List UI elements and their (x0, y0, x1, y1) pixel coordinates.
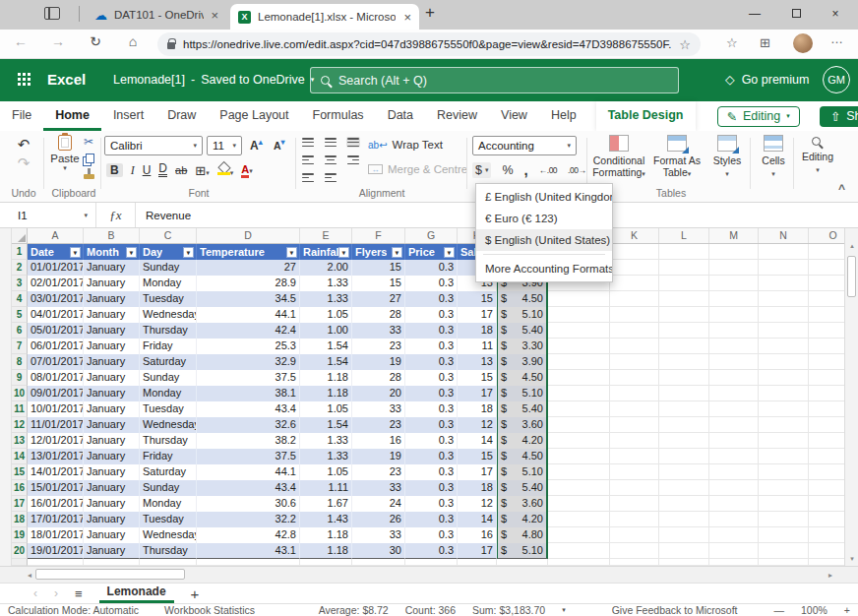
data-cell[interactable]: January (84, 354, 140, 370)
empty-cell[interactable] (659, 480, 709, 496)
data-cell[interactable]: Sunday (140, 370, 197, 386)
zoom-level[interactable]: 100% (801, 604, 827, 616)
data-cell[interactable]: 14 (458, 512, 497, 527)
align-middle-icon[interactable] (324, 137, 337, 148)
empty-cell[interactable] (709, 339, 759, 354)
window-maximize-button[interactable] (779, 0, 813, 28)
empty-cell[interactable] (709, 323, 759, 339)
data-cell[interactable]: 43.1 (197, 543, 300, 559)
data-cell[interactable]: January (84, 543, 140, 559)
data-cell[interactable]: 0.3 (405, 543, 458, 559)
column-header-B[interactable]: B (84, 228, 140, 243)
copy-icon[interactable] (86, 154, 94, 163)
comma-style-button[interactable]: , (524, 161, 528, 178)
zoom-in-button[interactable]: + (844, 604, 850, 616)
data-cell[interactable]: January (84, 260, 140, 276)
data-cell[interactable]: 27 (197, 260, 300, 276)
data-cell[interactable]: 42.8 (197, 527, 300, 543)
row-header-1[interactable]: 1 (12, 244, 28, 260)
data-cell[interactable]: 24 (352, 496, 405, 512)
data-cell[interactable]: 38.1 (197, 386, 300, 401)
empty-cell[interactable] (709, 417, 759, 433)
data-cell[interactable]: 33 (352, 323, 405, 339)
data-cell[interactable]: 0.3 (405, 464, 458, 480)
search-box[interactable] (310, 67, 679, 93)
data-cell[interactable]: 0.3 (405, 276, 458, 291)
data-cell[interactable]: $5.10 (497, 464, 548, 480)
empty-cell[interactable] (659, 527, 709, 543)
empty-cell[interactable] (659, 291, 709, 307)
header-cell-month[interactable]: Month▾ (84, 244, 140, 260)
font-size-select[interactable]: 11 ▾ (207, 136, 242, 155)
data-cell[interactable]: 23 (352, 339, 405, 354)
data-cell[interactable]: 07/01/2017 (28, 354, 84, 370)
zoom-out-button[interactable]: — (774, 604, 785, 616)
data-cell[interactable]: $4.50 (497, 291, 548, 307)
data-cell[interactable]: 12 (458, 496, 497, 512)
address-bar[interactable]: https://onedrive.live.com/edit.aspx?cid=… (157, 32, 701, 56)
formula-bar-value[interactable]: Revenue (136, 210, 191, 221)
italic-button[interactable]: I (131, 163, 135, 178)
ribbon-tab-file[interactable]: File (0, 101, 43, 131)
empty-cell[interactable] (28, 559, 84, 566)
insert-function-fx-button[interactable]: ƒx (96, 203, 136, 227)
data-cell[interactable]: January (84, 496, 140, 512)
data-cell[interactable]: 32.6 (197, 417, 300, 433)
column-header-E[interactable]: E (300, 228, 352, 243)
empty-cell[interactable] (548, 464, 610, 480)
data-cell[interactable]: 1.54 (300, 417, 352, 433)
row-header-13[interactable]: 13 (12, 433, 28, 449)
column-header-M[interactable]: M (709, 228, 759, 243)
empty-cell[interactable] (759, 244, 809, 260)
data-cell[interactable]: 42.4 (197, 323, 300, 339)
data-cell[interactable]: Saturday (140, 464, 197, 480)
data-cell[interactable]: Thursday (140, 543, 197, 559)
empty-cell[interactable] (709, 260, 759, 276)
data-cell[interactable]: 33 (352, 527, 405, 543)
data-cell[interactable]: 06/01/2017 (28, 339, 84, 354)
add-sheet-button[interactable]: + (191, 585, 200, 602)
filter-button[interactable]: ▾ (444, 247, 455, 258)
cut-icon[interactable]: ✂ (84, 135, 93, 149)
header-cell-flyers[interactable]: Flyers▾ (352, 244, 405, 260)
data-cell[interactable]: January (84, 370, 140, 386)
row-header-19[interactable]: 19 (12, 527, 28, 543)
data-cell[interactable]: January (84, 512, 140, 527)
data-cell[interactable]: 0.3 (405, 291, 458, 307)
data-cell[interactable]: 44.1 (197, 307, 300, 323)
empty-cell[interactable] (548, 449, 610, 464)
header-cell-price[interactable]: Price▾ (405, 244, 458, 260)
ribbon-tab-home[interactable]: Home (43, 101, 101, 131)
data-cell[interactable]: $4.80 (497, 527, 548, 543)
header-cell-rainfall[interactable]: Rainfall▾ (300, 244, 352, 260)
refresh-icon[interactable]: ↻ (85, 33, 106, 49)
data-cell[interactable]: Saturday (140, 354, 197, 370)
underline-button[interactable]: U (143, 163, 152, 177)
data-cell[interactable]: Tuesday (140, 401, 197, 417)
new-tab-button[interactable]: + (425, 3, 435, 23)
empty-cell[interactable] (659, 464, 709, 480)
data-cell[interactable]: 18/01/2017 (28, 527, 84, 543)
empty-cell[interactable] (709, 464, 759, 480)
add-favorite-star-icon[interactable]: ☆ (679, 37, 691, 52)
empty-cell[interactable] (548, 543, 610, 559)
empty-cell[interactable] (709, 307, 759, 323)
data-cell[interactable]: 33 (352, 401, 405, 417)
data-cell[interactable]: $5.10 (497, 543, 548, 559)
data-cell[interactable]: 1.11 (300, 480, 352, 496)
close-tab-icon[interactable]: × (403, 10, 411, 25)
empty-cell[interactable] (709, 401, 759, 417)
settings-more-icon[interactable]: … (830, 31, 843, 46)
empty-cell[interactable] (548, 291, 610, 307)
data-cell[interactable]: 08/01/2017 (28, 370, 84, 386)
data-cell[interactable]: 13 (458, 354, 497, 370)
empty-cell[interactable] (659, 433, 709, 449)
empty-cell[interactable] (610, 449, 659, 464)
vertical-scrollbar[interactable]: ▴ ▾ (844, 228, 858, 566)
data-cell[interactable]: 19 (352, 449, 405, 464)
empty-cell[interactable] (759, 386, 809, 401)
empty-cell[interactable] (610, 559, 659, 566)
data-cell[interactable]: 37.5 (197, 449, 300, 464)
data-cell[interactable]: 0.3 (405, 339, 458, 354)
share-button[interactable]: ⇧ Share (820, 106, 858, 127)
